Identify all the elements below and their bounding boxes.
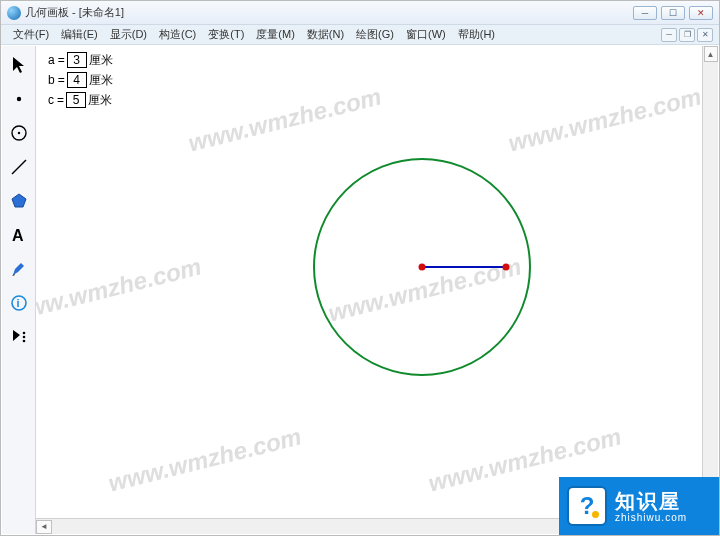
line-tool[interactable]: [6, 154, 32, 180]
svg-marker-4: [12, 194, 26, 207]
line-icon: [9, 157, 29, 177]
arrow-tool[interactable]: [6, 52, 32, 78]
menu-display[interactable]: 显示(D): [104, 25, 153, 44]
svg-line-3: [12, 160, 26, 174]
point-tool[interactable]: [6, 86, 32, 112]
param-var: a: [48, 53, 55, 67]
menu-edit[interactable]: 编辑(E): [55, 25, 104, 44]
toolbar: A i: [2, 46, 36, 534]
app-icon: [7, 6, 21, 20]
watermark: www.wmzhe.com: [506, 82, 705, 157]
param-var: c: [48, 93, 54, 107]
marker-icon: [9, 259, 29, 279]
titlebar: 几何画板 - [未命名1] ─ ☐ ✕: [1, 1, 719, 25]
point-icon: [9, 89, 29, 109]
menu-file[interactable]: 文件(F): [7, 25, 55, 44]
minimize-button[interactable]: ─: [633, 6, 657, 20]
badge-title: 知识屋: [615, 490, 687, 512]
menubar: 文件(F) 编辑(E) 显示(D) 构造(C) 变换(T) 度量(M) 数据(N…: [1, 25, 719, 45]
arrow-icon: [9, 55, 29, 75]
svg-point-0: [16, 97, 20, 101]
param-unit: 厘米: [88, 92, 112, 109]
scroll-left-button[interactable]: ◄: [36, 520, 52, 534]
svg-point-2: [17, 132, 19, 134]
menu-construct[interactable]: 构造(C): [153, 25, 202, 44]
circle-icon: [9, 123, 29, 143]
mdi-close-button[interactable]: ✕: [697, 28, 713, 42]
info-icon: i: [9, 293, 29, 313]
custom-tool-icon: [9, 327, 29, 347]
text-icon: A: [9, 225, 29, 245]
watermark: www.wmzhe.com: [186, 82, 385, 157]
marker-tool[interactable]: [6, 256, 32, 282]
close-button[interactable]: ✕: [689, 6, 713, 20]
custom-tool[interactable]: [6, 324, 32, 350]
param-a[interactable]: a = 3 厘米: [48, 50, 113, 70]
maximize-button[interactable]: ☐: [661, 6, 685, 20]
svg-point-9: [22, 336, 25, 339]
window-title: 几何画板 - [未命名1]: [25, 5, 633, 20]
param-value[interactable]: 4: [67, 72, 87, 88]
circle-tool[interactable]: [6, 120, 32, 146]
svg-text:A: A: [12, 227, 24, 244]
scroll-up-button[interactable]: ▲: [704, 46, 718, 62]
param-c[interactable]: c = 5 厘米: [48, 90, 113, 110]
param-value[interactable]: 3: [67, 52, 87, 68]
polygon-tool[interactable]: [6, 188, 32, 214]
param-value[interactable]: 5: [66, 92, 86, 108]
parameters-panel: a = 3 厘米 b = 4 厘米 c = 5: [48, 50, 113, 110]
vertical-scrollbar[interactable]: ▲ ▼: [702, 46, 718, 518]
menu-measure[interactable]: 度量(M): [250, 25, 301, 44]
geometry-segment[interactable]: [422, 266, 506, 268]
svg-text:i: i: [16, 297, 19, 309]
watermark: www.wmzhe.com: [106, 422, 305, 497]
polygon-icon: [9, 191, 29, 211]
param-unit: 厘米: [89, 52, 113, 69]
canvas[interactable]: www.wmzhe.com www.wmzhe.com www.wmzhe.co…: [36, 46, 718, 534]
menu-data[interactable]: 数据(N): [301, 25, 350, 44]
param-unit: 厘米: [89, 72, 113, 89]
info-tool[interactable]: i: [6, 290, 32, 316]
text-tool[interactable]: A: [6, 222, 32, 248]
menu-help[interactable]: 帮助(H): [452, 25, 501, 44]
menu-graph[interactable]: 绘图(G): [350, 25, 400, 44]
mdi-minimize-button[interactable]: ─: [661, 28, 677, 42]
badge-icon: ?: [567, 486, 607, 526]
mdi-restore-button[interactable]: ❐: [679, 28, 695, 42]
param-var: b: [48, 73, 55, 87]
geometry-point-a[interactable]: [419, 264, 426, 271]
menu-window[interactable]: 窗口(W): [400, 25, 452, 44]
badge-subtitle: zhishiwu.com: [615, 512, 687, 523]
geometry-point-b[interactable]: [503, 264, 510, 271]
svg-point-8: [22, 332, 25, 335]
site-badge: ? 知识屋 zhishiwu.com: [559, 477, 719, 535]
svg-point-10: [22, 340, 25, 343]
param-b[interactable]: b = 4 厘米: [48, 70, 113, 90]
menu-transform[interactable]: 变换(T): [202, 25, 250, 44]
watermark: www.wmzhe.com: [36, 252, 204, 327]
